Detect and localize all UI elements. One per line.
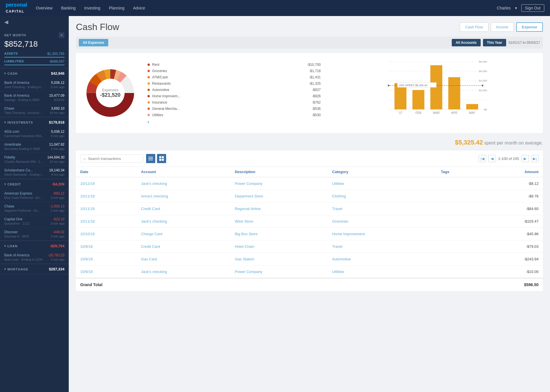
account-item[interactable]: Bank of America 15,477.09 Savings - Endi… [0, 91, 69, 104]
account-time: 3 min ago [51, 85, 64, 89]
account-item[interactable]: Capital One -923.10 Quicksilver - 1111 3… [0, 215, 69, 228]
group-header-investments[interactable]: INVESTMENTS $179,918 [0, 117, 69, 127]
table-row[interactable]: 10/9/18 Gas Card Gas Station Automotive … [76, 253, 543, 266]
td-date: 10/9/18 [76, 253, 137, 266]
td-account[interactable]: Credit Card [137, 203, 230, 215]
table-row[interactable]: 10/12/18 Jack's checking Power Company U… [76, 177, 543, 190]
legend-dot [148, 114, 150, 116]
search-box[interactable]: ⌕ [80, 155, 143, 163]
col-account[interactable]: Account [137, 167, 230, 177]
legend-item[interactable]: Automotive -$927 [148, 87, 321, 92]
nav-link-overview[interactable]: Overview [36, 6, 52, 10]
account-time: 3 min ago [51, 235, 64, 238]
td-category[interactable]: Travel [328, 240, 437, 253]
table-row[interactable]: 10/11/18 Credit Card Regional Airline Tr… [76, 203, 543, 215]
next-page-button[interactable]: ▶ [521, 155, 529, 162]
svg-text:'17: '17 [398, 111, 402, 114]
first-page-button[interactable]: |◀ [479, 155, 486, 162]
table-row[interactable]: 10/9/18 Jack's checking Power Company Ut… [76, 266, 543, 278]
group-header-loan[interactable]: LOAN -$26,784 [0, 241, 69, 251]
all-accounts-button[interactable]: All Accounts [452, 39, 481, 46]
account-item[interactable]: Bank of America 5,036.12 Joint Checking … [0, 78, 69, 91]
td-account[interactable]: Anna's checking [137, 190, 230, 203]
td-category[interactable]: Groceries [328, 215, 437, 228]
td-category[interactable]: Utilities [328, 266, 437, 278]
legend-item[interactable]: General Mercha... -$536 [148, 106, 321, 111]
group-header-mortgage[interactable]: MORTGAGE $287,334 [0, 264, 69, 274]
group-name: INVESTMENTS [4, 121, 33, 124]
td-category[interactable]: Travel [328, 203, 437, 215]
table-row[interactable]: 10/11/18 Anna's checking Deparment Store… [76, 190, 543, 203]
liabilities-label: LIABILITIES [4, 60, 24, 64]
group-header-cash[interactable]: CASH $42,946 [0, 68, 69, 78]
account-item[interactable]: American Express -893.12 Blue Cash Prefe… [0, 189, 69, 202]
tab-income[interactable]: Income [491, 22, 514, 32]
account-item[interactable]: Scholarshare Ca... 19,140.34 Devin Barto… [0, 166, 69, 179]
td-category[interactable]: Clothing [328, 190, 437, 203]
table-row[interactable]: 10/10/18 Charge Card Big Box Store Home … [76, 228, 543, 240]
tab-cashflow[interactable]: Cash Flow [460, 22, 488, 32]
table-row[interactable]: 10/9/18 Credit Card Hotel Chain Travel -… [76, 240, 543, 253]
col-date[interactable]: Date [76, 167, 137, 177]
this-year-button[interactable]: This Year [483, 39, 506, 46]
account-item[interactable]: Discover -448.02 Discover It - 9876 3 mi… [0, 228, 69, 241]
td-account[interactable]: Jack's checking [137, 215, 230, 228]
account-item[interactable]: Bank of America -26,783.23 Auto Loan - E… [0, 251, 69, 264]
nav-link-planning[interactable]: Planning [109, 6, 125, 10]
legend-item[interactable]: Home Improvem... -$926 [148, 94, 321, 99]
table-row[interactable]: 10/11/18 Jack's checking Wine Store Groc… [76, 215, 543, 228]
prev-page-button[interactable]: ◀ [488, 155, 496, 162]
col-tags[interactable]: Tags [437, 167, 481, 177]
account-time: 9 hrs ago [51, 173, 64, 176]
group-name: CASH [4, 72, 17, 75]
td-category[interactable]: Utilities [328, 177, 437, 190]
legend-item[interactable]: ATM/Cash -$1,431 [148, 75, 321, 80]
td-category[interactable]: Automotive [328, 253, 437, 266]
td-category[interactable]: Home Improvement [328, 228, 437, 240]
svg-text:$0: $0 [484, 108, 487, 111]
td-account[interactable]: Charge Card [137, 228, 230, 240]
col-category[interactable]: Category [328, 167, 437, 177]
logo[interactable]: personal CAPITAL [6, 2, 27, 14]
td-account[interactable]: Gas Card [137, 253, 230, 266]
legend-more-button[interactable]: ▾ [148, 120, 321, 124]
list-view-button[interactable] [146, 154, 155, 163]
legend-item[interactable]: Utilities -$530 [148, 112, 321, 118]
legend-item[interactable]: Restaurants -$1,325 [148, 81, 321, 86]
nav-user[interactable]: Charles [497, 6, 510, 10]
account-item[interactable]: Ameritrade 11,047.92 Securities Ending i… [0, 140, 69, 153]
svg-text:MAY: MAY [469, 111, 475, 114]
td-account[interactable]: Credit Card [137, 240, 230, 253]
back-arrow-icon[interactable]: ◀ [0, 16, 69, 28]
nav-link-advice[interactable]: Advice [133, 6, 145, 10]
group-header-credit[interactable]: CREDIT -$4,209 [0, 179, 69, 189]
all-expenses-button[interactable]: All Expenses [79, 39, 108, 46]
add-account-button[interactable]: + [59, 32, 64, 38]
account-item[interactable]: Chase -1,935.13 Sapphire Preferred - En.… [0, 202, 69, 215]
donut-center: Expenses -$21,520 [100, 88, 120, 98]
legend-item[interactable]: Rent -$10,700 [148, 62, 321, 67]
col-amount[interactable]: Amount [482, 167, 543, 177]
account-name: Ameritrade [4, 142, 21, 146]
nav-link-investing[interactable]: Investing [84, 6, 100, 10]
td-amount: -$8.12 [482, 177, 543, 190]
legend-amount: -$10,700 [307, 63, 321, 67]
td-description: Power Company [231, 266, 328, 278]
col-description[interactable]: Description [231, 167, 328, 177]
td-description: Wine Store [231, 215, 328, 228]
legend-item[interactable]: Groceries -$1,718 [148, 68, 321, 74]
nav-link-banking[interactable]: Banking [61, 6, 76, 10]
account-item[interactable]: Chase 3,692.10 Total Checking - Account.… [0, 104, 69, 117]
td-account[interactable]: Jack's checking [137, 177, 230, 190]
search-input[interactable] [88, 157, 140, 161]
account-item[interactable]: 401k.com 5,036.12 Carmichael Industries … [0, 127, 69, 140]
td-account[interactable]: Jack's checking [137, 266, 230, 278]
tab-expense[interactable]: Expense [516, 22, 543, 32]
grid-view-button[interactable] [157, 154, 166, 163]
last-page-button[interactable]: ▶| [531, 155, 539, 162]
account-item[interactable]: Fidelity 144,694.30 Charles Bartowski IR… [0, 153, 69, 166]
svg-text:FEB: FEB [415, 111, 421, 114]
legend-item[interactable]: Insurance -$762 [148, 100, 321, 105]
signout-button[interactable]: Sign Out [521, 4, 544, 12]
account-name: Discover [4, 230, 18, 234]
